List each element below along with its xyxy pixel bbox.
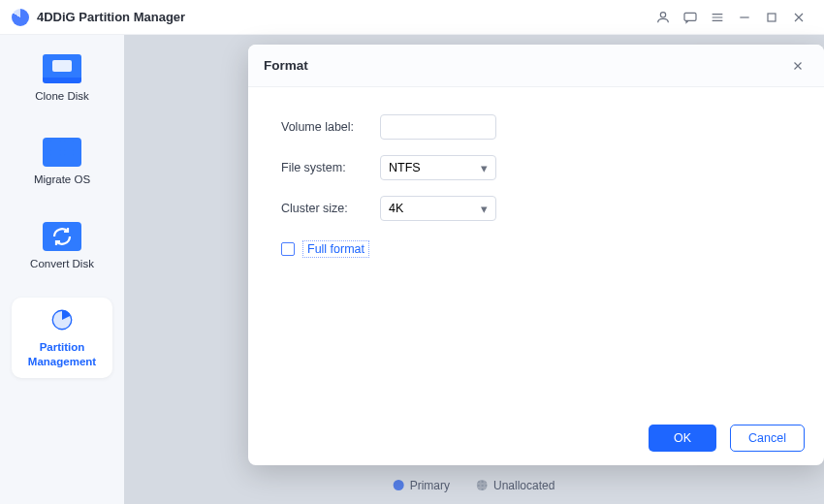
convert-disk-icon	[43, 222, 81, 251]
title-bar: 4DDiG Partition Manager	[0, 0, 824, 35]
sidebar-item-label: Partition Management	[16, 340, 109, 368]
minimize-icon[interactable]	[731, 4, 758, 31]
file-system-select[interactable]: NTFS ▾	[380, 155, 496, 180]
svg-rect-2	[768, 14, 776, 21]
sidebar-item-label: Clone Disk	[16, 89, 109, 103]
sidebar-item-migrate-os[interactable]: Migrate OS	[12, 130, 112, 196]
app-title: 4DDiG Partition Manager	[37, 10, 185, 24]
full-format-label[interactable]: Full format	[302, 240, 369, 258]
dialog-header: Format	[248, 45, 824, 87]
hamburger-menu-icon[interactable]	[704, 4, 731, 31]
main-area: Clone Disk Migrate OS Convert Disk Parti…	[0, 35, 824, 504]
dialog-body: Volume label: File system: NTFS ▾ Cluste…	[248, 87, 824, 411]
format-dialog: Format Volume label: File system: NTFS ▾	[248, 45, 824, 465]
dialog-title: Format	[264, 58, 308, 73]
ok-button[interactable]: OK	[649, 425, 716, 452]
app-logo-icon	[12, 9, 29, 26]
chevron-down-icon: ▾	[481, 161, 488, 175]
chevron-down-icon: ▾	[481, 202, 488, 216]
cluster-size-value: 4K	[389, 202, 403, 215]
maximize-icon[interactable]	[758, 4, 785, 31]
migrate-os-icon	[43, 138, 81, 167]
partition-management-icon	[43, 305, 81, 334]
cluster-size-select[interactable]: 4K ▾	[380, 196, 496, 221]
close-icon[interactable]	[785, 4, 812, 31]
feedback-icon[interactable]	[677, 4, 704, 31]
sidebar-item-clone-disk[interactable]: Clone Disk	[12, 47, 112, 112]
cancel-button[interactable]: Cancel	[730, 425, 805, 452]
svg-rect-1	[684, 13, 696, 20]
sidebar-item-convert-disk[interactable]: Convert Disk	[12, 214, 112, 280]
user-icon[interactable]	[650, 4, 677, 31]
volume-label-input[interactable]	[380, 114, 496, 140]
content-area: Migrate OS Resize/Move Split Merge Delet…	[124, 35, 824, 504]
sidebar-item-label: Convert Disk	[16, 257, 109, 270]
full-format-checkbox[interactable]	[281, 242, 295, 256]
svg-point-0	[660, 12, 665, 16]
sidebar-item-partition-management[interactable]: Partition Management	[12, 298, 112, 378]
cluster-size-label: Cluster size:	[281, 202, 366, 215]
brand: 4DDiG Partition Manager	[12, 9, 185, 26]
sidebar: Clone Disk Migrate OS Convert Disk Parti…	[0, 35, 124, 504]
file-system-label: File system:	[281, 161, 366, 174]
volume-label-label: Volume label:	[281, 120, 366, 134]
dialog-close-icon[interactable]	[787, 55, 808, 77]
file-system-value: NTFS	[389, 161, 421, 174]
clone-disk-icon	[43, 54, 81, 83]
dialog-footer: OK Cancel	[248, 411, 824, 465]
sidebar-item-label: Migrate OS	[16, 173, 109, 186]
